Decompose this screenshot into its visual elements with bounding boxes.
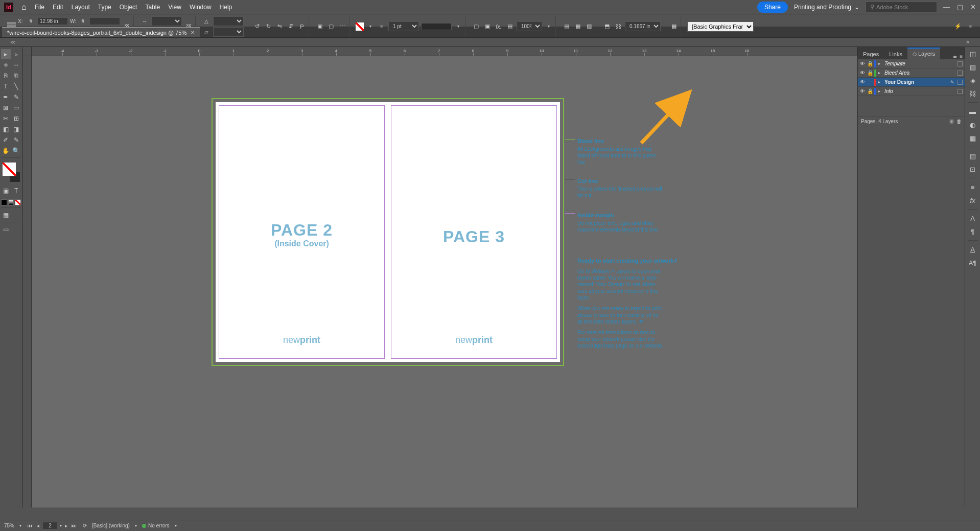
rotate-cw-icon[interactable]: ↻ [264,22,273,31]
layer-target-icon[interactable] [958,61,963,66]
ruler-origin[interactable] [22,47,32,56]
char-styles-icon[interactable]: A [968,245,977,254]
fill-stroke-swatches[interactable] [1,160,21,184]
menu-layout[interactable]: Layout [72,4,90,11]
rectangle-frame-tool[interactable]: ⊠ [1,103,11,112]
trap-icon[interactable]: ⊡ [968,165,977,174]
share-button[interactable]: Share [757,2,788,13]
links-icon[interactable]: ⛓ [968,89,977,98]
preflight-status[interactable]: No errors [142,523,170,528]
select-container-icon[interactable]: ▢ [326,22,336,31]
stepper-icon[interactable]: ⇅ [78,17,87,26]
layer-row[interactable]: 👁 ▸ Your Design ✎ [858,78,965,87]
gradient-swatch-tool[interactable]: ◧ [1,124,11,134]
menu-view[interactable]: View [168,4,181,11]
scissors-tool[interactable]: ✂ [1,113,11,123]
apply-color-icon[interactable] [1,199,7,205]
layer-name[interactable]: Your Design [884,79,948,85]
layer-visibility-icon[interactable]: 👁 [860,79,865,85]
layer-visibility-icon[interactable]: 👁 [860,88,865,94]
menu-type[interactable]: Type [98,4,111,11]
fill-swatch[interactable] [356,22,364,31]
menu-window[interactable]: Window [190,4,212,11]
tab-links[interactable]: Links [884,49,907,59]
align-panel-icon[interactable]: ≡ [968,182,977,192]
zoom-level[interactable]: 75% [4,523,14,528]
screen-mode-icon[interactable]: ▭ [1,224,11,234]
page-tool[interactable]: ⎆ [1,60,11,70]
menu-object[interactable]: Object [120,4,137,11]
fit-content-icon[interactable]: ▣ [483,22,492,31]
menu-table[interactable]: Table [145,4,160,11]
effects-icon[interactable]: fx [968,196,977,205]
delete-layer-icon[interactable]: 🗑 [956,119,962,124]
last-page-icon[interactable]: ⏭ [71,523,78,528]
menu-help[interactable]: Help [220,4,232,11]
pen-tool[interactable]: ✒ [1,92,11,102]
line-tool[interactable]: ╲ [12,81,21,91]
layer-name[interactable]: Bleed Area [884,70,948,76]
stroke-weight-select[interactable]: 1 pt [388,21,419,31]
formatting-text-icon[interactable]: T [12,186,21,195]
layer-name[interactable]: Template [884,61,948,66]
shear-select[interactable] [213,27,244,37]
tab-pages[interactable]: Pages [858,49,884,59]
expand-icon[interactable]: ≪ [10,39,15,45]
align-icon[interactable]: ▦ [669,22,679,31]
document-tab[interactable]: *wire-o-coil-bound-books-8pages_portrait… [2,27,200,37]
stepper-icon[interactable]: ⇅ [26,17,35,26]
chevron-down-icon[interactable]: ▾ [135,523,137,528]
layer-expand-icon[interactable]: ▸ [878,71,882,75]
character-icon[interactable]: A [968,214,977,223]
free-transform-tool[interactable]: ⊞ [12,113,21,123]
apply-none-icon[interactable] [15,199,21,205]
content-collector-tool[interactable]: ⎘ [1,71,11,80]
link-icon[interactable]: ⛓ [614,22,623,31]
layer-visibility-icon[interactable]: 👁 [860,70,865,76]
chevron-down-icon[interactable]: ▾ [175,523,177,528]
flip-v-icon[interactable]: ⇵ [286,22,295,31]
type-tool[interactable]: T [1,81,11,91]
stroke-icon[interactable]: ▬ [968,107,977,116]
select-content-icon[interactable]: ▣ [315,22,324,31]
menu-edit[interactable]: Edit [53,4,63,11]
autolayout-icon[interactable]: ⚡ [953,22,963,31]
search-input[interactable]: ⚲ Adobe Stock [866,2,937,12]
view-mode-icon[interactable]: ▦ [1,210,11,220]
gap-tool[interactable]: ↔ [12,60,21,70]
cc-libraries-icon[interactable]: ◫ [968,49,977,58]
selection-tool[interactable]: ▸ [1,49,11,59]
layer-row[interactable]: 👁 🔒 ▸ Info [858,87,965,96]
preflight-profile[interactable]: [Basic] (working) [92,523,130,528]
layer-target-icon[interactable] [958,80,963,85]
p-icon[interactable]: P [297,22,307,31]
chevron-down-icon[interactable]: ▾ [544,22,553,31]
corner-options-icon[interactable]: ⬒ [602,22,612,31]
layer-lock-icon[interactable]: 🔒 [867,61,872,66]
pages-icon[interactable]: ▤ [968,62,977,72]
flip-h-icon[interactable]: ⇋ [275,22,284,31]
vertical-ruler[interactable] [22,56,32,507]
paragraph-icon[interactable]: ¶ [968,227,977,236]
text-wrap-shape-icon[interactable]: ▧ [585,22,594,31]
text-wrap-bounding-icon[interactable]: ▦ [573,22,582,31]
x-input[interactable] [37,17,68,25]
layer-lock-icon[interactable]: 🔒 [867,88,872,94]
color-icon[interactable]: ◐ [968,120,977,129]
new-layer-icon[interactable]: ⊞ [949,119,953,124]
content-placer-tool[interactable]: ⎗ [12,71,21,80]
layer-name[interactable]: Info [884,88,948,94]
scale-x-select[interactable] [151,16,182,26]
para-styles-icon[interactable]: A¶ [968,258,977,267]
formatting-container-icon[interactable]: ▣ [1,186,11,195]
direct-selection-tool[interactable]: ▹ [12,49,21,59]
tab-layers[interactable]: ◇Layers [907,48,940,59]
graphics-style-select[interactable]: [Basic Graphics Frame] [687,21,754,32]
canvas[interactable]: -4-3-2-1012345678910111213141516 PAGE 2 … [22,47,857,507]
menu-file[interactable]: File [35,4,44,11]
auto-fit-icon[interactable]: ▢ [472,22,481,31]
gradient-feather-tool[interactable]: ◨ [12,124,21,134]
text-wrap-none-icon[interactable]: ▤ [562,22,571,31]
panel-menu-icon[interactable]: ≡ [960,54,963,59]
tab-close-icon[interactable]: ✕ [191,30,195,35]
